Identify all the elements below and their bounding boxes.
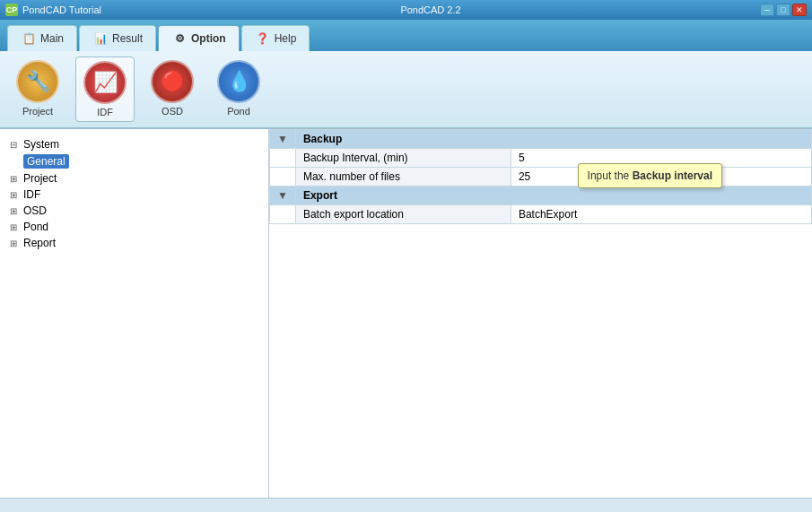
bottom-bar <box>0 498 812 512</box>
tree-label-pond: Pond <box>23 221 48 233</box>
help-tab-icon: ❓ <box>255 30 271 47</box>
tree-item-system[interactable]: ⊟System <box>4 136 265 152</box>
row-indent <box>270 168 296 187</box>
icon-toolbar: 🔧Project📈IDF🔴OSD💧Pond <box>0 51 812 129</box>
result-tab-label: Result <box>112 32 143 45</box>
expander-project[interactable]: ⊞ <box>7 172 20 185</box>
restore-button[interactable]: □ <box>776 4 790 16</box>
tooltip-prefix: Input the <box>588 169 633 182</box>
row-indent <box>270 205 296 224</box>
toolbar-item-osd[interactable]: 🔴OSD <box>144 56 201 122</box>
row-indent <box>270 149 296 168</box>
expander-osd[interactable]: ⊞ <box>7 204 20 217</box>
idf-toolbar-label: IDF <box>97 107 113 117</box>
tree-label-report: Report <box>23 237 56 249</box>
app-title: PondCAD Tutorial <box>22 4 101 15</box>
section-label-backup: Backup <box>295 130 811 149</box>
collapse-backup[interactable]: ▼ <box>270 130 296 149</box>
help-tab-label: Help <box>275 32 297 45</box>
tree-item-general[interactable]: General <box>4 152 265 170</box>
toolbar-item-pond[interactable]: 💧Pond <box>210 56 267 122</box>
window-controls: ─ □ ✕ <box>760 4 807 16</box>
expander-pond[interactable]: ⊞ <box>7 221 20 233</box>
tree-label-general: General <box>23 154 69 169</box>
tree-label-idf: IDF <box>23 188 40 201</box>
main-tab-icon: 📋 <box>21 30 37 47</box>
tree-item-osd[interactable]: ⊞OSD <box>4 203 265 219</box>
content-area: ⊟SystemGeneral⊞Project⊞IDF⊞OSD⊞Pond⊞Repo… <box>0 129 812 498</box>
pond-toolbar-icon: 💧 <box>217 60 260 103</box>
tooltip-box: Input the Backup interval <box>578 163 722 188</box>
property-table: ▼BackupBackup Interval, (min)5Max. numbe… <box>269 129 812 224</box>
window-title: PondCAD 2.2 <box>101 4 760 15</box>
project-toolbar-label: Project <box>22 106 53 117</box>
table-row: Max. number of files25 <box>270 168 812 187</box>
pond-toolbar-label: Pond <box>227 106 250 117</box>
expander-report[interactable]: ⊞ <box>7 237 20 249</box>
toolbar-item-idf[interactable]: 📈IDF <box>75 56 135 122</box>
minimize-button[interactable]: ─ <box>760 4 774 16</box>
tab-help[interactable]: ❓Help <box>241 25 310 51</box>
tree-item-idf[interactable]: ⊞IDF <box>4 187 265 203</box>
table-row: Batch export locationBatchExport <box>270 205 812 224</box>
tab-result[interactable]: 📊Result <box>79 25 156 51</box>
main-tab-label: Main <box>40 32 64 45</box>
main-window: 📋Main📊Result⚙Option❓Help 🔧Project📈IDF🔴OS… <box>0 20 812 512</box>
tree-item-report[interactable]: ⊞Report <box>4 235 265 251</box>
close-button[interactable]: ✕ <box>792 4 807 16</box>
idf-toolbar-icon: 📈 <box>83 61 127 104</box>
osd-toolbar-icon: 🔴 <box>151 60 194 103</box>
expander-idf[interactable]: ⊞ <box>7 188 20 201</box>
option-tab-icon: ⚙ <box>171 30 188 47</box>
prop-value-export-0[interactable]: BatchExport <box>511 205 811 224</box>
tree-label-project: Project <box>23 172 57 185</box>
tab-main[interactable]: 📋Main <box>7 25 77 51</box>
prop-name-backup-0: Backup Interval, (min) <box>295 149 511 168</box>
section-header-backup[interactable]: ▼Backup <box>270 130 812 149</box>
prop-name-backup-1: Max. number of files <box>295 168 511 187</box>
tab-option[interactable]: ⚙Option <box>158 25 240 51</box>
tree-panel: ⊟SystemGeneral⊞Project⊞IDF⊞OSD⊞Pond⊞Repo… <box>0 129 269 498</box>
title-bar: CP PondCAD Tutorial PondCAD 2.2 ─ □ ✕ <box>0 0 812 20</box>
tree-label-system: System <box>23 138 59 151</box>
app-icon: CP <box>5 4 18 16</box>
toolbar-item-project[interactable]: 🔧Project <box>9 56 66 122</box>
expander-system[interactable]: ⊟ <box>7 138 20 151</box>
collapse-export[interactable]: ▼ <box>270 187 296 205</box>
properties-panel: ▼BackupBackup Interval, (min)5Max. numbe… <box>269 129 812 498</box>
section-label-export: Export <box>295 187 811 205</box>
result-tab-icon: 📊 <box>92 30 109 47</box>
tooltip-bold: Backup interval <box>633 169 712 182</box>
tree-item-project[interactable]: ⊞Project <box>4 170 265 187</box>
section-header-export[interactable]: ▼Export <box>270 187 812 205</box>
osd-toolbar-label: OSD <box>162 106 183 117</box>
prop-name-export-0: Batch export location <box>295 205 511 224</box>
tree-label-osd: OSD <box>23 204 47 217</box>
top-area: 📋Main📊Result⚙Option❓Help <box>0 20 812 51</box>
table-row: Backup Interval, (min)5 <box>270 149 812 168</box>
tree-item-pond[interactable]: ⊞Pond <box>4 219 265 235</box>
option-tab-label: Option <box>191 32 226 45</box>
project-toolbar-icon: 🔧 <box>16 60 59 103</box>
ribbon-tabs: 📋Main📊Result⚙Option❓Help <box>7 23 805 51</box>
